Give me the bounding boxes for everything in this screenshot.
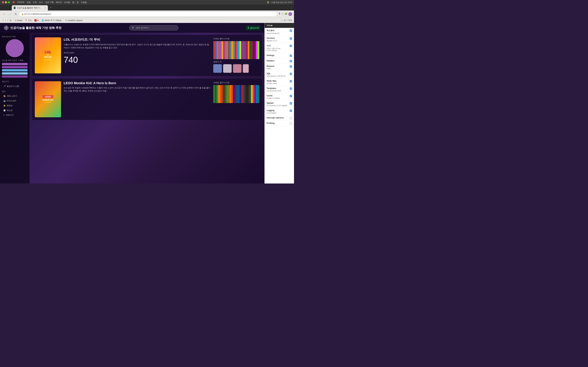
toolbar-item-1[interactable]: Versions Django 3.2.9 [265, 36, 294, 43]
toolbar-item-8[interactable]: Templates movies/index.html [265, 86, 294, 93]
toolbar-item-0[interactable]: 히스토리 /movies/index/1/ [265, 28, 294, 36]
bookmark-kf[interactable]: k kf [35, 19, 39, 22]
menu-window[interactable]: 창 [77, 1, 78, 4]
close-button[interactable] [2, 1, 4, 3]
toolbar-item-checkbox-10[interactable] [290, 102, 292, 105]
menu-help[interactable]: 도움말 [81, 1, 87, 4]
active-tab[interactable]: D 인공지능을 활용한 색채 기반 영화 추천 ... ✕ [12, 5, 48, 10]
score-number-1: 740 [64, 55, 211, 65]
toolbar-item-checkbox-4[interactable] [290, 60, 292, 62]
toolbar-item-name-10: Signals [267, 102, 288, 104]
toolbar-item-checkbox-9[interactable] [290, 95, 292, 97]
toolbar-item-7[interactable]: Static files 18 files used [265, 78, 294, 86]
toolbar-item-checkbox-7[interactable] [290, 80, 292, 83]
menu-file[interactable]: 파일 [26, 1, 31, 4]
toolbar-item-name-8: Templates [267, 87, 288, 90]
menu-bookmarks[interactable]: 북마크 [56, 1, 62, 4]
menu-profiles[interactable]: 프로필 [64, 1, 70, 4]
voice-btn[interactable]: 🎤 음성인식 소환 [2, 84, 27, 88]
bookmark-django[interactable]: 🌐 article 추가 | Djang... [42, 19, 63, 22]
nav-ai-score[interactable]: 🤖 AI Z스코어 [2, 99, 27, 103]
nav-recent[interactable]: 🕐 최신순 [2, 108, 27, 113]
toolbar-item-name-5: Request [267, 65, 288, 67]
toolbar-item-checkbox-1[interactable] [290, 37, 292, 40]
toolbar-item-5[interactable]: Request index [265, 64, 294, 71]
toolbar-hide-button[interactable]: Hide ▶ [265, 23, 294, 28]
bookmark-maps[interactable]: 📍 지도 [25, 19, 32, 22]
svg-rect-12 [226, 41, 228, 59]
toolbar-item-3[interactable]: Settings [265, 53, 294, 58]
search-placeholder: 영화 검색하기 [136, 26, 149, 29]
menu-view[interactable]: 보기 [39, 1, 43, 4]
voice-icon: 🎤 [3, 85, 6, 87]
profile-icon[interactable]: K [288, 12, 292, 16]
toolbar-item-4[interactable]: Headers [265, 58, 294, 64]
nav-rating-label: 평점순 [7, 104, 13, 107]
forward-button[interactable]: → [8, 12, 12, 16]
toolbar-item-checkbox-12[interactable] [290, 117, 292, 119]
bookmark-gmail[interactable]: M Gmail [15, 19, 22, 22]
share-icon[interactable]: ⬆ [279, 12, 281, 16]
main-content: 인공지능을 활용한 색채 기반 영화 추천 🔍 영화 검색하기 3 gkuer1… [0, 23, 294, 184]
toolbar-item-checkbox-3[interactable] [290, 55, 292, 57]
toolbar-item-9[interactable]: Cache 0 calls in 0.00ms [265, 93, 294, 100]
menu-history[interactable]: 방문 기록 [45, 1, 54, 4]
svg-rect-52 [246, 85, 248, 103]
voice-label: 음성인식 [2, 80, 27, 83]
bookmark-codepen[interactable]: ✎ CodePen Search [65, 19, 83, 22]
refresh-button[interactable]: ↻ [14, 12, 18, 17]
django-icon: 🌐 [42, 19, 44, 22]
toolbar-item-checkbox-11[interactable] [290, 110, 292, 112]
nav-rating[interactable]: ⭐ 평점순 [2, 103, 27, 108]
toolbar-item-checkbox-0[interactable] [290, 30, 292, 32]
svg-rect-14 [230, 41, 231, 59]
tab-favicon: D [14, 7, 15, 9]
toolbar-item-2[interactable]: 시각 CPU: 7253.17ms (7154.15ms) [265, 43, 294, 53]
back-button[interactable]: ← [2, 12, 7, 16]
toolbar-item-10[interactable]: Signals 32 receivers of 15 signals [265, 100, 294, 108]
menu-tab[interactable]: 탭 [72, 1, 74, 4]
search-box[interactable]: 🔍 영화 검색하기 [129, 25, 178, 31]
toolbar-item-13[interactable]: Profiling [265, 121, 294, 126]
toolbar-item-text-3: Settings [267, 54, 288, 57]
minimize-button[interactable] [5, 1, 7, 3]
svg-rect-27 [251, 41, 253, 59]
apps-icon[interactable]: ⋮⋮⋮ [2, 19, 9, 22]
toolbar-item-checkbox-6[interactable] [290, 73, 292, 75]
extension-icon[interactable]: 🧩 [285, 12, 287, 16]
nav-back[interactable]: ↩ 뒤로가기 [2, 113, 27, 117]
svg-rect-22 [243, 41, 244, 59]
bookmark-star-icon[interactable]: ☆ [282, 12, 284, 16]
toolbar-item-name-12: Intercept redirects [267, 117, 288, 119]
toolbar-item-6[interactable]: SQL 408 queries in 36.97ms [265, 71, 294, 78]
svg-rect-23 [244, 41, 246, 59]
toolbar-item-11[interactable]: Logging 0 messages [265, 108, 294, 115]
bookmark-label: 지도 [28, 19, 32, 22]
new-tab-button[interactable]: + [49, 6, 53, 9]
menu-edit[interactable]: 수정 [33, 1, 37, 4]
window-controls[interactable] [2, 1, 10, 3]
nav-color[interactable]: 🎨 색채 고르기 [2, 94, 27, 98]
toolbar-item-checkbox-5[interactable] [290, 65, 292, 68]
menu-apple[interactable]: 🍎 [12, 1, 15, 4]
toolbar-item-detail-6: 408 queries in 36.97ms [267, 75, 288, 77]
toolbar-item-checkbox-8[interactable] [290, 87, 292, 90]
toolbar-item-checkbox-13[interactable] [290, 122, 292, 125]
maximize-button[interactable] [8, 1, 10, 3]
movie-colors-1 [213, 64, 259, 73]
back-nav-icon: ↩ [3, 114, 5, 116]
svg-rect-9 [222, 41, 223, 59]
nav-recent-label: 최신순 [7, 109, 13, 112]
menu-chrome[interactable]: Chrome [17, 1, 24, 4]
apps-label[interactable]: 앱 [9, 19, 11, 22]
color-swatch-4 [243, 64, 249, 73]
toolbar-item-12[interactable]: Intercept redirects [265, 115, 294, 121]
content-area: 현재 당신의 색채 당신을 위한 색채의 기록들 음성인식 🎤 음성인식 소환 [0, 33, 264, 184]
toolbar-item-name-0: 히스토리 [267, 29, 288, 32]
color-bars [2, 63, 27, 78]
reading-list-icon[interactable]: 📖 읽기 목록 [281, 19, 292, 22]
toolbar-item-checkbox-2[interactable] [290, 45, 292, 47]
toolbar-item-text-8: Templates movies/index.html [267, 87, 288, 92]
url-bar[interactable]: 🔒 127.0.0.1:8000/movies/index/1/ [19, 12, 277, 17]
tab-close-button[interactable]: ✕ [45, 7, 46, 9]
